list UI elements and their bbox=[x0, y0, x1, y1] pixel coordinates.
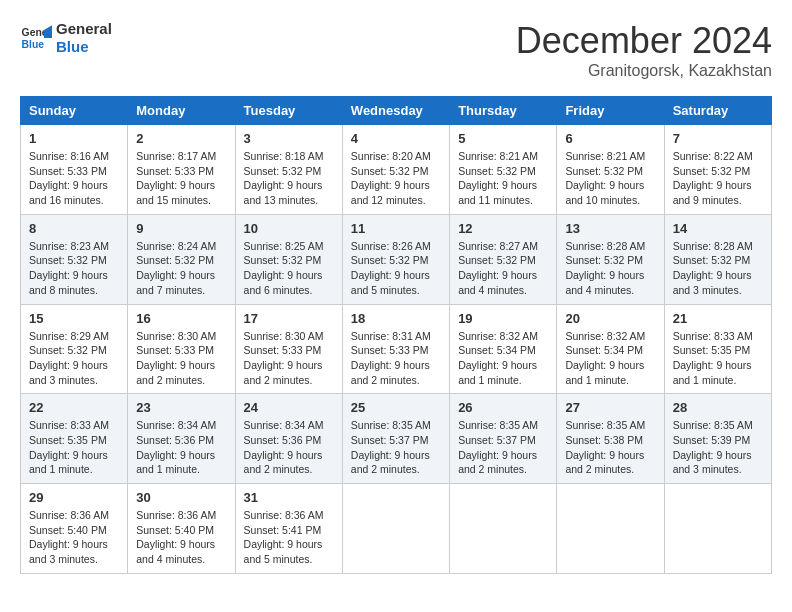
sunrise-label: Sunrise: 8:25 AM bbox=[244, 240, 324, 252]
calendar-day-cell: 19 Sunrise: 8:32 AM Sunset: 5:34 PM Dayl… bbox=[450, 304, 557, 394]
sunrise-label: Sunrise: 8:26 AM bbox=[351, 240, 431, 252]
calendar-day-cell: 7 Sunrise: 8:22 AM Sunset: 5:32 PM Dayli… bbox=[664, 125, 771, 215]
sunset-label: Sunset: 5:32 PM bbox=[244, 254, 322, 266]
day-number: 1 bbox=[29, 131, 119, 146]
day-info: Sunrise: 8:29 AM Sunset: 5:32 PM Dayligh… bbox=[29, 329, 119, 388]
sunrise-label: Sunrise: 8:31 AM bbox=[351, 330, 431, 342]
daylight-label: Daylight: 9 hours and 2 minutes. bbox=[351, 449, 430, 476]
weekday-header-friday: Friday bbox=[557, 97, 664, 125]
sunrise-label: Sunrise: 8:33 AM bbox=[29, 419, 109, 431]
day-info: Sunrise: 8:35 AM Sunset: 5:37 PM Dayligh… bbox=[351, 418, 441, 477]
empty-cell bbox=[664, 484, 771, 574]
day-info: Sunrise: 8:28 AM Sunset: 5:32 PM Dayligh… bbox=[565, 239, 655, 298]
sunset-label: Sunset: 5:32 PM bbox=[29, 254, 107, 266]
day-info: Sunrise: 8:25 AM Sunset: 5:32 PM Dayligh… bbox=[244, 239, 334, 298]
day-number: 18 bbox=[351, 311, 441, 326]
weekday-header-wednesday: Wednesday bbox=[342, 97, 449, 125]
daylight-label: Daylight: 9 hours and 2 minutes. bbox=[244, 359, 323, 386]
sunrise-label: Sunrise: 8:29 AM bbox=[29, 330, 109, 342]
calendar-day-cell: 24 Sunrise: 8:34 AM Sunset: 5:36 PM Dayl… bbox=[235, 394, 342, 484]
calendar-table: SundayMondayTuesdayWednesdayThursdayFrid… bbox=[20, 96, 772, 574]
day-number: 30 bbox=[136, 490, 226, 505]
daylight-label: Daylight: 9 hours and 5 minutes. bbox=[351, 269, 430, 296]
sunrise-label: Sunrise: 8:23 AM bbox=[29, 240, 109, 252]
sunset-label: Sunset: 5:32 PM bbox=[565, 165, 643, 177]
sunrise-label: Sunrise: 8:24 AM bbox=[136, 240, 216, 252]
sunrise-label: Sunrise: 8:28 AM bbox=[565, 240, 645, 252]
day-info: Sunrise: 8:31 AM Sunset: 5:33 PM Dayligh… bbox=[351, 329, 441, 388]
sunset-label: Sunset: 5:39 PM bbox=[673, 434, 751, 446]
logo: General Blue General Blue bbox=[20, 20, 112, 56]
day-info: Sunrise: 8:36 AM Sunset: 5:40 PM Dayligh… bbox=[29, 508, 119, 567]
calendar-day-cell: 16 Sunrise: 8:30 AM Sunset: 5:33 PM Dayl… bbox=[128, 304, 235, 394]
sunset-label: Sunset: 5:32 PM bbox=[351, 254, 429, 266]
calendar-day-cell: 13 Sunrise: 8:28 AM Sunset: 5:32 PM Dayl… bbox=[557, 214, 664, 304]
day-number: 7 bbox=[673, 131, 763, 146]
sunset-label: Sunset: 5:32 PM bbox=[673, 254, 751, 266]
day-info: Sunrise: 8:16 AM Sunset: 5:33 PM Dayligh… bbox=[29, 149, 119, 208]
day-number: 15 bbox=[29, 311, 119, 326]
day-info: Sunrise: 8:33 AM Sunset: 5:35 PM Dayligh… bbox=[29, 418, 119, 477]
day-info: Sunrise: 8:36 AM Sunset: 5:41 PM Dayligh… bbox=[244, 508, 334, 567]
day-info: Sunrise: 8:21 AM Sunset: 5:32 PM Dayligh… bbox=[565, 149, 655, 208]
day-info: Sunrise: 8:21 AM Sunset: 5:32 PM Dayligh… bbox=[458, 149, 548, 208]
sunrise-label: Sunrise: 8:30 AM bbox=[244, 330, 324, 342]
sunrise-label: Sunrise: 8:32 AM bbox=[458, 330, 538, 342]
daylight-label: Daylight: 9 hours and 10 minutes. bbox=[565, 179, 644, 206]
weekday-header-row: SundayMondayTuesdayWednesdayThursdayFrid… bbox=[21, 97, 772, 125]
calendar-day-cell: 28 Sunrise: 8:35 AM Sunset: 5:39 PM Dayl… bbox=[664, 394, 771, 484]
calendar-week-row: 1 Sunrise: 8:16 AM Sunset: 5:33 PM Dayli… bbox=[21, 125, 772, 215]
sunrise-label: Sunrise: 8:17 AM bbox=[136, 150, 216, 162]
daylight-label: Daylight: 9 hours and 4 minutes. bbox=[458, 269, 537, 296]
day-info: Sunrise: 8:17 AM Sunset: 5:33 PM Dayligh… bbox=[136, 149, 226, 208]
sunset-label: Sunset: 5:40 PM bbox=[136, 524, 214, 536]
day-number: 20 bbox=[565, 311, 655, 326]
day-number: 9 bbox=[136, 221, 226, 236]
day-number: 2 bbox=[136, 131, 226, 146]
sunrise-label: Sunrise: 8:18 AM bbox=[244, 150, 324, 162]
daylight-label: Daylight: 9 hours and 2 minutes. bbox=[136, 359, 215, 386]
logo-line2: Blue bbox=[56, 38, 112, 56]
day-number: 4 bbox=[351, 131, 441, 146]
daylight-label: Daylight: 9 hours and 1 minute. bbox=[565, 359, 644, 386]
empty-cell bbox=[557, 484, 664, 574]
weekday-header-sunday: Sunday bbox=[21, 97, 128, 125]
sunrise-label: Sunrise: 8:36 AM bbox=[244, 509, 324, 521]
daylight-label: Daylight: 9 hours and 3 minutes. bbox=[673, 449, 752, 476]
sunset-label: Sunset: 5:37 PM bbox=[351, 434, 429, 446]
daylight-label: Daylight: 9 hours and 5 minutes. bbox=[244, 538, 323, 565]
weekday-header-saturday: Saturday bbox=[664, 97, 771, 125]
day-number: 21 bbox=[673, 311, 763, 326]
calendar-day-cell: 14 Sunrise: 8:28 AM Sunset: 5:32 PM Dayl… bbox=[664, 214, 771, 304]
empty-cell bbox=[450, 484, 557, 574]
day-number: 16 bbox=[136, 311, 226, 326]
sunset-label: Sunset: 5:41 PM bbox=[244, 524, 322, 536]
day-number: 26 bbox=[458, 400, 548, 415]
daylight-label: Daylight: 9 hours and 2 minutes. bbox=[351, 359, 430, 386]
calendar-day-cell: 25 Sunrise: 8:35 AM Sunset: 5:37 PM Dayl… bbox=[342, 394, 449, 484]
sunset-label: Sunset: 5:33 PM bbox=[244, 344, 322, 356]
empty-cell bbox=[342, 484, 449, 574]
sunrise-label: Sunrise: 8:30 AM bbox=[136, 330, 216, 342]
daylight-label: Daylight: 9 hours and 9 minutes. bbox=[673, 179, 752, 206]
sunset-label: Sunset: 5:33 PM bbox=[29, 165, 107, 177]
day-info: Sunrise: 8:24 AM Sunset: 5:32 PM Dayligh… bbox=[136, 239, 226, 298]
day-info: Sunrise: 8:28 AM Sunset: 5:32 PM Dayligh… bbox=[673, 239, 763, 298]
calendar-day-cell: 1 Sunrise: 8:16 AM Sunset: 5:33 PM Dayli… bbox=[21, 125, 128, 215]
logo-icon: General Blue bbox=[20, 22, 52, 54]
sunset-label: Sunset: 5:32 PM bbox=[136, 254, 214, 266]
day-number: 24 bbox=[244, 400, 334, 415]
day-number: 25 bbox=[351, 400, 441, 415]
calendar-day-cell: 15 Sunrise: 8:29 AM Sunset: 5:32 PM Dayl… bbox=[21, 304, 128, 394]
calendar-day-cell: 27 Sunrise: 8:35 AM Sunset: 5:38 PM Dayl… bbox=[557, 394, 664, 484]
day-number: 6 bbox=[565, 131, 655, 146]
day-info: Sunrise: 8:35 AM Sunset: 5:39 PM Dayligh… bbox=[673, 418, 763, 477]
daylight-label: Daylight: 9 hours and 11 minutes. bbox=[458, 179, 537, 206]
day-info: Sunrise: 8:32 AM Sunset: 5:34 PM Dayligh… bbox=[565, 329, 655, 388]
sunset-label: Sunset: 5:34 PM bbox=[565, 344, 643, 356]
daylight-label: Daylight: 9 hours and 15 minutes. bbox=[136, 179, 215, 206]
day-number: 27 bbox=[565, 400, 655, 415]
daylight-label: Daylight: 9 hours and 7 minutes. bbox=[136, 269, 215, 296]
weekday-header-monday: Monday bbox=[128, 97, 235, 125]
calendar-day-cell: 11 Sunrise: 8:26 AM Sunset: 5:32 PM Dayl… bbox=[342, 214, 449, 304]
